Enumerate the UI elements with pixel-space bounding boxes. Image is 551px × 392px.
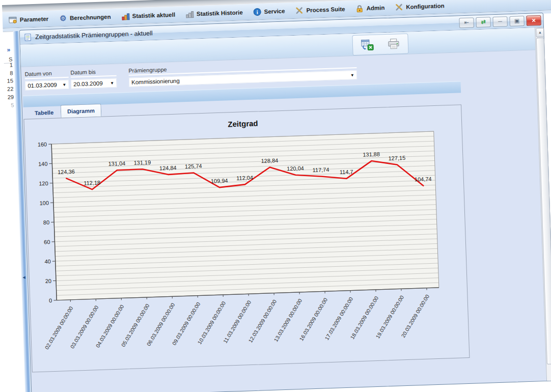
close-button[interactable]: × [526,15,541,25]
svg-text:120,04: 120,04 [287,165,304,172]
svg-text:128,84: 128,84 [261,157,278,164]
window-content: Datum von 01.03.2009 ▼ Datum bis 20.03.2… [21,50,547,392]
svg-text:127,15: 127,15 [388,155,405,161]
menu-item-process-suite[interactable]: Process Suite [293,4,347,15]
svg-text:04.03.2009 00:00:00: 04.03.2009 00:00:00 [94,303,125,349]
filter-praemiengruppe: Prämiengruppe Kommissionierung ▼ [128,60,357,87]
dock-button[interactable]: ⇤ [459,17,474,28]
svg-text:117,74: 117,74 [312,166,329,173]
menu-item-admin[interactable]: Admin [353,3,386,14]
menu-item-label: Admin [366,5,384,11]
chevron-down-icon: ▼ [110,80,114,85]
svg-text:131,19: 131,19 [133,159,151,166]
svg-text:124,84: 124,84 [159,164,177,171]
service-info-icon: i [253,8,262,16]
svg-text:60: 60 [44,239,50,245]
filter-datum-bis: Datum bis 20.03.2009 ▼ [70,68,117,89]
print-button[interactable] [381,35,405,53]
svg-text:16.03.2009 00:00:00: 16.03.2009 00:00:00 [298,297,328,342]
chevron-down-icon: ▼ [62,82,66,87]
menu-item-label: Parameter [20,15,49,22]
process-suite-tools-icon [295,6,304,15]
menu-item-parameter[interactable]: Parameter [7,13,50,25]
excel-export-icon [361,39,374,51]
svg-text:40: 40 [44,258,51,264]
svg-text:17.03.2009 00:00:00: 17.03.2009 00:00:00 [323,296,354,341]
svg-text:112,18: 112,18 [84,180,100,186]
child-window: Zeitgradstatistik Prämiengruppen - aktue… [19,13,551,392]
filter-datum-von: Datum von 01.03.2009 ▼ [24,70,69,91]
menu-item-statistik-aktuell[interactable]: Statistik aktuell [119,9,177,21]
calendar-day[interactable]: 15 [5,77,13,84]
svg-text:20.03.2009 00:00:00: 20.03.2009 00:00:00 [400,293,430,339]
svg-text:112,04: 112,04 [236,175,253,181]
menu-item-berechnungen[interactable]: ⚙ Berechnungen [57,11,113,23]
menu-item-statistik-historie[interactable]: Statistik Historie [184,7,244,19]
admin-lock-icon [355,4,364,13]
tab-diagramm[interactable]: Diagramm [61,104,102,118]
menu-item-label: Process Suite [306,6,345,13]
svg-text:11.03.2009 00:00:00: 11.03.2009 00:00:00 [222,299,253,344]
statistik-historie-icon [185,10,195,18]
svg-text:0: 0 [49,297,52,303]
svg-text:114,7: 114,7 [340,169,353,175]
menu-item-label: Service [264,8,285,14]
menu-item-service[interactable]: i Service [251,6,287,17]
calendar-day[interactable]: 5 [5,102,14,108]
parameter-icon [9,16,18,24]
svg-text:03.03.2009 00:00:00: 03.03.2009 00:00:00 [69,304,99,350]
svg-text:06.03.2009 00:00:00: 06.03.2009 00:00:00 [145,302,176,347]
calendar-day[interactable]: 29 [5,94,14,100]
tab-tabelle[interactable]: Tabelle [30,107,59,119]
svg-text:19.03.2009 00:00:00: 19.03.2009 00:00:00 [374,294,405,340]
minimize-button[interactable]: ─ [492,16,508,27]
calendar-day[interactable]: 22 [5,86,13,92]
calendar-day[interactable]: 8 [4,70,13,76]
float-button[interactable]: ⇄ [476,17,491,27]
datum-von-select[interactable]: 01.03.2009 ▼ [25,80,69,91]
svg-text:10.03.2009 00:00:00: 10.03.2009 00:00:00 [196,300,227,345]
menu-item-konfiguration[interactable]: Konfiguration [393,1,446,12]
tab-content-panel: Zeitgrad02040608010012014016002.03.2009 … [23,104,470,372]
svg-text:12.03.2009 00:00:00: 12.03.2009 00:00:00 [247,298,278,344]
restore-button[interactable]: ▣ [509,16,525,26]
menu-item-label: Statistik Historie [197,9,243,17]
menu-item-label: Statistik aktuell [132,11,175,19]
svg-text:i: i [256,9,258,15]
svg-text:109,94: 109,94 [211,178,228,184]
datum-bis-select[interactable]: 20.03.2009 ▼ [71,78,117,89]
svg-text:18.03.2009 00:00:00: 18.03.2009 00:00:00 [349,295,379,340]
menu-item-label: Berechnungen [70,13,111,21]
svg-text:131,04: 131,04 [108,160,125,167]
export-excel-button[interactable] [355,36,379,54]
svg-text:131,88: 131,88 [363,151,380,158]
konfiguration-tools-icon [395,3,404,11]
splitter-collapse-arrow[interactable]: ◄ [22,275,26,280]
statistik-aktuell-icon [121,12,130,20]
chart: Zeitgrad02040608010012014016002.03.2009 … [24,105,469,374]
printer-icon [387,38,400,50]
svg-text:120: 120 [39,180,48,187]
svg-text:02.03.2009 00:00:00: 02.03.2009 00:00:00 [43,305,74,350]
svg-text:13.03.2009 00:00:00: 13.03.2009 00:00:00 [272,297,303,343]
svg-text:100: 100 [39,200,49,206]
svg-text:09.03.2009 00:00:00: 09.03.2009 00:00:00 [171,301,201,346]
document-icon [24,33,32,41]
app: Parameter ⚙ Berechnungen Statistik aktue… [2,0,551,392]
svg-text:124,36: 124,36 [58,169,75,175]
chevron-down-icon: ▼ [350,73,354,77]
svg-text:80: 80 [43,219,50,226]
calendar-day[interactable]: 1 [4,62,13,68]
svg-text:20: 20 [45,278,52,284]
svg-text:125,74: 125,74 [185,163,202,170]
menu-item-label: Konfiguration [406,3,445,10]
scroll-up-button[interactable]: ▲ [536,28,544,38]
svg-text:160: 160 [38,141,47,148]
toolbar [352,34,408,56]
expand-panel-button[interactable]: » [4,46,13,54]
chart-canvas: Zeitgrad02040608010012014016002.03.2009 … [24,105,469,372]
calculator-gear-icon: ⚙ [59,14,68,22]
svg-text:05.03.2009 00:00:00: 05.03.2009 00:00:00 [120,302,150,348]
window-controls: ⇤ ⇄ ─ ▣ × [459,15,541,27]
svg-text:104,74: 104,74 [415,176,432,182]
